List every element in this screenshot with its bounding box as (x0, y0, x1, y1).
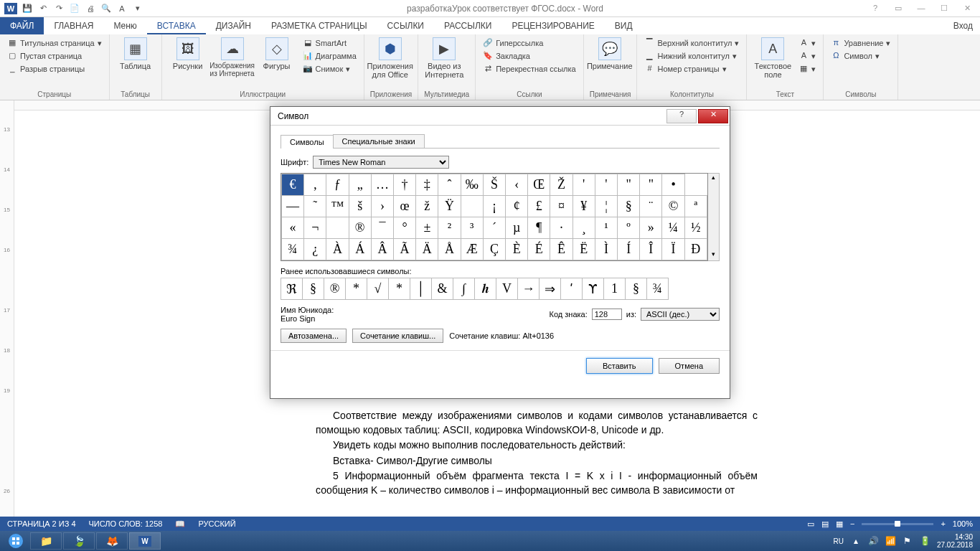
symbol-cell[interactable]: Â (371, 239, 393, 260)
equation-button[interactable]: πУравнение ▾ (829, 37, 892, 49)
font-select[interactable]: Times New Roman (313, 156, 449, 169)
recent-symbol-cell[interactable]: & (432, 278, 453, 300)
symbol-cell[interactable]: º (618, 217, 640, 239)
recent-symbol-cell[interactable]: ℜ (281, 278, 303, 300)
symbol-cell[interactable]: Í (618, 239, 640, 260)
symbol-cell[interactable]: ƒ (326, 174, 349, 196)
recent-symbol-cell[interactable]: 1 (604, 278, 626, 300)
tab-design[interactable]: ДИЗАЙН (206, 17, 261, 34)
symbol-cell[interactable]: ¼ (662, 217, 684, 239)
tab-symbols[interactable]: Символы (281, 135, 334, 149)
tray-volume-icon[interactable]: 🔊 (868, 536, 878, 546)
symbol-cell[interactable]: ¢ (506, 196, 528, 217)
status-words[interactable]: ЧИСЛО СЛОВ: 1258 (89, 519, 163, 528)
textbox-button[interactable]: AТекстовое поле (753, 37, 793, 79)
chart-button[interactable]: 📊Диаграмма (301, 50, 358, 62)
zoom-in-icon[interactable]: + (941, 519, 945, 528)
symbol-cell[interactable]: Ã (394, 239, 416, 260)
symbol-cell[interactable]: † (394, 174, 416, 196)
help-icon[interactable]: ? (868, 4, 882, 14)
text-extra-button[interactable]: A▾ (797, 50, 817, 62)
zoom-out-icon[interactable]: − (850, 519, 854, 528)
shapes-button[interactable]: ◇Фигуры (257, 37, 297, 70)
symbol-cell[interactable]: — (282, 196, 304, 217)
symbol-cell[interactable]: ¦ (595, 196, 617, 217)
recent-symbol-cell[interactable]: ʹ (561, 278, 583, 300)
symbol-cell[interactable]: Ï (662, 239, 684, 260)
symbol-cell[interactable]: œ (394, 196, 416, 217)
tray-flag-icon[interactable]: ⚑ (903, 536, 913, 546)
insert-button[interactable]: Вставить (586, 358, 653, 374)
tab-mailings[interactable]: РАССЫЛКИ (434, 17, 501, 34)
symbol-cell[interactable]: ' (573, 174, 595, 196)
symbol-cell[interactable]: ½ (684, 217, 707, 239)
symbol-cell[interactable]: " (618, 174, 640, 196)
tray-network-icon[interactable]: 📶 (885, 536, 895, 546)
maximize-icon[interactable]: ☐ (937, 4, 951, 14)
tab-view[interactable]: ВИД (605, 17, 643, 34)
symbol-cell[interactable]: ¾ (282, 239, 304, 260)
symbol-cell[interactable]: Å (438, 239, 461, 260)
taskbar-firefox[interactable]: 🦊 (96, 532, 128, 550)
symbol-cell[interactable]: ¥ (573, 196, 595, 217)
symbol-cell[interactable]: Ì (595, 239, 617, 260)
symbol-cell[interactable]: ¹ (595, 217, 617, 239)
page-break-button[interactable]: ⎯Разрыв страницы (6, 63, 103, 75)
symbol-cell[interactable] (461, 196, 483, 217)
autocorrect-button[interactable]: Автозамена... (281, 329, 347, 343)
symbol-cell[interactable]: · (550, 217, 573, 239)
screenshot-button[interactable]: 📷Снимок ▾ (301, 63, 358, 75)
tab-insert[interactable]: ВСТАВКА (147, 17, 206, 34)
symbol-cell[interactable]: « (282, 217, 304, 239)
symbol-cell[interactable]: ‹ (506, 174, 528, 196)
undo-icon[interactable]: ↶ (37, 3, 49, 14)
recent-symbol-cell[interactable]: * (389, 278, 410, 300)
symbol-cell[interactable]: € (282, 174, 304, 196)
blank-page-button[interactable]: ▢Пустая страница (6, 50, 103, 62)
symbol-cell[interactable]: ¨ (640, 196, 662, 217)
crossref-button[interactable]: ⇄Перекрестная ссылка (481, 63, 578, 75)
qat-icon[interactable]: 🖨 (85, 3, 96, 14)
symbol-cell[interactable]: È (506, 239, 528, 260)
recent-symbol-cell[interactable]: │ (410, 278, 432, 300)
view-web-icon[interactable]: ▦ (836, 519, 843, 529)
symbol-button[interactable]: ΩСимвол ▾ (829, 50, 892, 62)
symbol-cell[interactable]: £ (528, 196, 550, 217)
symbol-cell[interactable]: " (640, 174, 662, 196)
tab-special-chars[interactable]: Специальные знаки (333, 134, 425, 148)
symbol-cell[interactable]: ³ (461, 217, 483, 239)
symbol-cell[interactable]: § (618, 196, 640, 217)
symbol-cell[interactable]: ¯ (371, 217, 393, 239)
symbol-cell[interactable]: ² (438, 217, 461, 239)
recent-symbol-cell[interactable]: ϒ (583, 278, 604, 300)
recent-symbol-cell[interactable]: V (496, 278, 518, 300)
symbol-cell[interactable]: ­ (326, 217, 349, 239)
symbol-cell[interactable]: ˆ (438, 174, 461, 196)
symbol-cell[interactable]: ¬ (304, 217, 326, 239)
zoom-slider[interactable] (862, 523, 933, 525)
online-pictures-button[interactable]: ☁Изображения из Интернета (212, 37, 253, 77)
document-text[interactable]: Соответствие между изображениями символо… (316, 409, 758, 499)
tray-up-icon[interactable]: ▴ (851, 536, 861, 546)
symbol-cell[interactable]: ‰ (461, 174, 483, 196)
symbol-cell[interactable]: Ž (550, 174, 573, 196)
view-read-icon[interactable]: ▭ (807, 519, 814, 529)
symbol-cell[interactable]: ‚ (304, 174, 326, 196)
symbol-cell[interactable]: Ä (416, 239, 438, 260)
symbol-cell[interactable]: „ (349, 174, 371, 196)
comment-button[interactable]: 💬Примечание (590, 37, 630, 70)
zoom-value[interactable]: 100% (953, 519, 973, 528)
symbol-cell[interactable]: » (640, 217, 662, 239)
save-icon[interactable]: 💾 (22, 3, 33, 14)
recent-symbol-cell[interactable]: √ (367, 278, 389, 300)
tray-battery-icon[interactable]: 🔋 (920, 536, 930, 546)
tab-menu[interactable]: Меню (103, 17, 146, 34)
symbol-cell[interactable]: … (371, 174, 393, 196)
symbol-cell[interactable]: ° (394, 217, 416, 239)
taskbar-app[interactable]: 🍃 (63, 532, 95, 550)
symbol-cell[interactable]: ¿ (304, 239, 326, 260)
recent-symbol-cell[interactable]: § (626, 278, 647, 300)
recent-symbol-cell[interactable]: ® (324, 278, 346, 300)
symbol-cell[interactable]: ' (595, 174, 617, 196)
tab-file[interactable]: ФАЙЛ (0, 17, 44, 34)
